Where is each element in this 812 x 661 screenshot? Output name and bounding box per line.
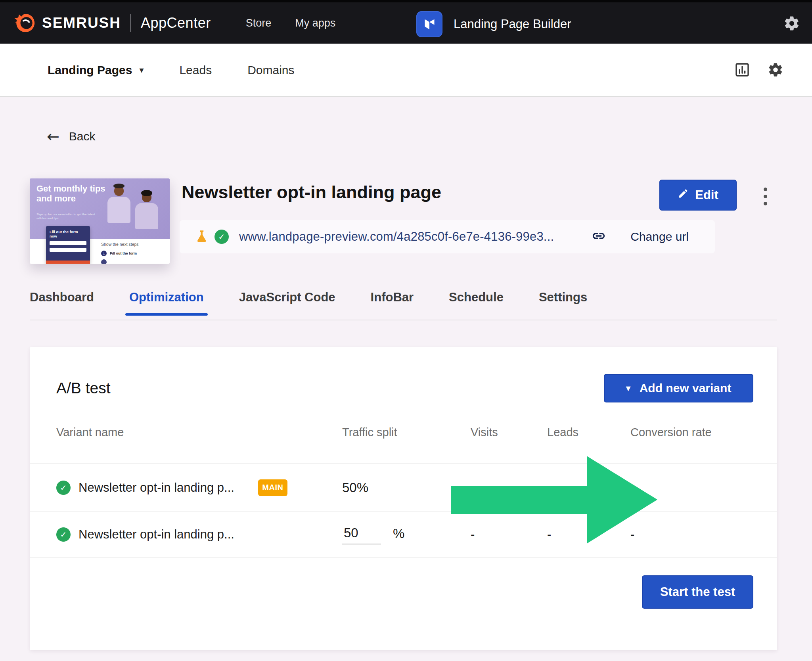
- thumbnail-form-card: Fill out the form now: [46, 226, 90, 264]
- tab-infobar[interactable]: InfoBar: [371, 290, 414, 315]
- column-traffic-split: Traffic split: [342, 426, 471, 439]
- nav-domains[interactable]: Domains: [247, 63, 294, 77]
- product-name: AppCenter: [141, 15, 211, 31]
- chevron-down-icon: ▾: [139, 65, 144, 75]
- leads-value: -: [547, 527, 630, 542]
- landing-page-builder-icon: [416, 11, 442, 37]
- edit-button[interactable]: Edit: [659, 180, 737, 211]
- table-footer: Start the test: [30, 557, 777, 650]
- thumbnail-person-left: [107, 186, 130, 223]
- thumbnail-form-input: [50, 248, 86, 252]
- thumbnail-steps-title: Show the next steps: [101, 242, 139, 247]
- tab-javascript-code[interactable]: JavaScript Code: [239, 290, 335, 315]
- variant-name[interactable]: Newsletter opt-in landing p...: [79, 527, 234, 542]
- table-row-main-variant: ✓ Newsletter opt-in landing p... MAIN 50…: [30, 463, 777, 512]
- app-nav-bar: Landing Pages ▾ Leads Domains: [0, 44, 812, 97]
- thumbnail-form-input: [50, 241, 86, 245]
- topbar-link-my-apps[interactable]: My apps: [295, 17, 335, 29]
- topbar-link-store[interactable]: Store: [246, 17, 272, 29]
- thumbnail-headline: Get monthly tips and more: [36, 184, 108, 203]
- page-tabs: Dashboard Optimization JavaScript Code I…: [30, 290, 777, 315]
- thumbnail-person-right: [135, 192, 158, 229]
- conversion-rate-value: -: [630, 481, 751, 495]
- variant-published-check-icon: ✓: [56, 481, 71, 495]
- variants-table-header: Variant name Traffic split Visits Leads …: [30, 424, 777, 440]
- variant-published-check-icon: ✓: [56, 527, 71, 542]
- tab-dashboard[interactable]: Dashboard: [30, 290, 94, 315]
- page-title: Newsletter opt-in landing page: [182, 182, 441, 203]
- brand-name: SEMRUSH: [42, 15, 121, 31]
- add-new-variant-button[interactable]: ▾ Add new variant: [604, 374, 753, 402]
- column-visits: Visits: [471, 426, 547, 439]
- analytics-chart-icon[interactable]: [734, 62, 750, 79]
- thumbnail-subtext: Sign up for our newsletter to get the la…: [36, 213, 100, 221]
- app-name: Landing Page Builder: [454, 17, 571, 31]
- thumbnail-step-number: 1: [101, 251, 107, 256]
- ab-test-title: A/B test: [56, 379, 111, 397]
- semrush-logo[interactable]: SEMRUSH: [13, 11, 121, 34]
- topbar-settings-button[interactable]: [783, 2, 800, 46]
- thumbnail-step-label: Fill out the form: [110, 251, 137, 255]
- thumbnail-step-ghost: [101, 259, 107, 264]
- pencil-icon: [678, 188, 689, 202]
- edit-button-label: Edit: [695, 188, 718, 202]
- url-verified-check-icon: ✓: [214, 230, 229, 244]
- landing-page-thumbnail[interactable]: Get monthly tips and more Sign up for ou…: [30, 178, 170, 264]
- copy-link-icon[interactable]: [592, 229, 606, 245]
- page-content: ← Back Get monthly tips and more Sign up…: [0, 98, 812, 661]
- back-label: Back: [69, 130, 96, 143]
- ab-test-flask-icon: [194, 229, 209, 245]
- visits-value: -: [471, 527, 547, 542]
- top-app-bar: SEMRUSH AppCenter Store My apps Landing …: [0, 0, 812, 44]
- thumbnail-steps: Show the next steps 1 Fill out the form: [101, 242, 139, 264]
- leads-value: -: [547, 481, 630, 495]
- column-leads: Leads: [547, 426, 630, 439]
- tab-schedule[interactable]: Schedule: [449, 290, 504, 315]
- nav-landing-pages-label: Landing Pages: [48, 63, 132, 77]
- visits-value: -: [471, 481, 547, 495]
- thumbnail-form-title: Fill out the form now: [50, 230, 86, 238]
- url-bar: ✓ www.landpage-preview.com/4a285c0f-6e7e…: [180, 220, 715, 253]
- add-new-variant-label: Add new variant: [640, 381, 732, 395]
- traffic-split-value: 50%: [342, 480, 471, 495]
- main-variant-badge: MAIN: [258, 479, 287, 496]
- back-button[interactable]: ← Back: [47, 129, 96, 144]
- nav-landing-pages[interactable]: Landing Pages ▾: [48, 63, 144, 77]
- tab-settings[interactable]: Settings: [539, 290, 587, 315]
- topbar-divider: [130, 14, 131, 32]
- back-arrow-icon: ←: [47, 129, 59, 144]
- traffic-split-input[interactable]: [342, 525, 381, 544]
- ab-test-card: A/B test ▾ Add new variant Variant name …: [30, 347, 777, 650]
- change-url-button[interactable]: Change url: [630, 230, 689, 243]
- nav-leads-label: Leads: [179, 63, 212, 77]
- tab-optimization[interactable]: Optimization: [129, 290, 204, 315]
- conversion-rate-value: -: [630, 527, 751, 542]
- landing-page-url[interactable]: www.landpage-preview.com/4a285c0f-6e7e-4…: [239, 230, 554, 244]
- semrush-logo-icon: [13, 11, 36, 34]
- caret-down-icon: ▾: [626, 383, 631, 394]
- thumbnail-form-button: [46, 261, 90, 264]
- tabs-underline: [30, 320, 777, 320]
- table-row-second-variant: ✓ Newsletter opt-in landing p... % - - -: [30, 512, 777, 557]
- start-the-test-button[interactable]: Start the test: [642, 575, 753, 609]
- nav-domains-label: Domains: [247, 63, 294, 77]
- variant-name[interactable]: Newsletter opt-in landing p...: [79, 481, 234, 495]
- current-app: Landing Page Builder: [416, 2, 571, 46]
- traffic-split-unit: %: [393, 526, 404, 544]
- more-options-kebab-icon[interactable]: [759, 184, 771, 208]
- column-conversion-rate: Conversion rate: [630, 426, 751, 439]
- column-variant-name: Variant name: [56, 426, 342, 439]
- gear-icon: [783, 15, 800, 33]
- nav-leads[interactable]: Leads: [179, 63, 212, 77]
- app-settings-gear-icon[interactable]: [768, 62, 783, 79]
